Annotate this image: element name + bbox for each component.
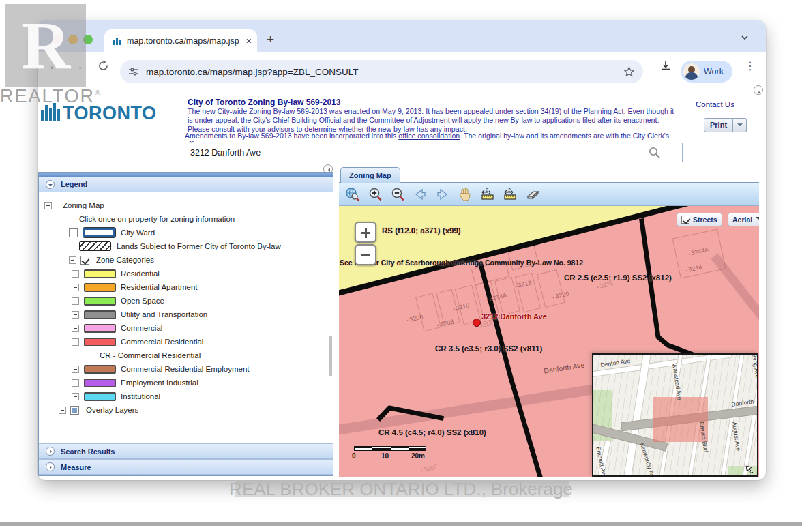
bookmark-star-icon[interactable] (623, 66, 635, 78)
amendments-pre: Amendments to By-law 569-2013 have been … (185, 132, 398, 140)
panel-scrollbar-thumb[interactable] (329, 336, 332, 376)
measure-header[interactable]: Measure (39, 459, 333, 475)
expand-expander-icon[interactable] (59, 407, 66, 414)
svg-text:2: 2 (508, 188, 511, 192)
hint-label: Click once on property for zoning inform… (79, 215, 235, 223)
inset-resize-arrow-icon[interactable] (745, 464, 754, 474)
lands-hatch-swatch (79, 241, 111, 251)
streets-checkbox[interactable] (681, 216, 689, 224)
eraser-icon[interactable] (524, 186, 541, 203)
legend-tree: Zoning Map Click once on property for zo… (39, 192, 333, 443)
expand-expander-icon[interactable] (72, 311, 79, 319)
expand-expander-icon[interactable] (72, 379, 79, 387)
chevron-down-icon (756, 217, 759, 222)
tree-item-zone: Commercial (39, 321, 333, 335)
site-settings-icon[interactable] (128, 66, 139, 77)
collapse-expander-icon[interactable] (72, 338, 79, 346)
print-dropdown[interactable] (733, 118, 747, 132)
collapse-arrow-icon[interactable] (46, 180, 55, 189)
browser-menu-icon[interactable]: ⋮ (745, 59, 756, 72)
measure-distance-icon[interactable]: 2 (479, 186, 496, 203)
expand-expander-icon[interactable] (72, 270, 79, 278)
bottom-divider (0, 522, 802, 526)
zoom-out-icon[interactable] (389, 186, 406, 203)
url-text: map.toronto.ca/maps/map.jsp?app=ZBL_CONS… (146, 67, 623, 77)
pan-hand-icon[interactable] (457, 186, 473, 203)
expand-expander-icon[interactable] (72, 284, 79, 291)
brokerage-watermark-text: REAL BROKER ONTARIO LTD., Brokerage (0, 479, 802, 500)
expand-expander-icon[interactable] (72, 297, 79, 305)
address-search-input[interactable] (183, 143, 683, 162)
realtor-text-watermark: REALTOR® (0, 86, 102, 107)
legend-header[interactable]: Legend (39, 177, 333, 192)
scale-tick: 20m (411, 452, 425, 460)
zoning-map-tab-label: Zoning Map (349, 171, 391, 179)
zoning-map-tab[interactable]: Zoning Map (340, 167, 400, 183)
zone-label: Utility and Transportation (121, 310, 207, 319)
streets-toggle[interactable]: Streets (677, 213, 722, 226)
zone-swatch (84, 269, 116, 278)
expand-expander-icon[interactable] (72, 366, 79, 373)
zone-label: Employment Industrial (121, 379, 198, 387)
zone-label: Commercial Residential Employment (121, 365, 250, 373)
tree-item-zone: Institutional (39, 389, 333, 403)
realtor-logo-watermark: R (5, 4, 86, 87)
collapse-expander-icon[interactable] (69, 256, 76, 264)
tab-search-chevron-icon[interactable] (739, 31, 751, 44)
profile-chip[interactable]: Work (681, 61, 732, 83)
scale-tick: 10 (381, 452, 389, 460)
overlay-layers-checkbox[interactable] (70, 406, 79, 415)
map-zoom-out-button[interactable] (355, 244, 376, 265)
office-consolidation-link[interactable]: office consolidation (398, 132, 460, 140)
zone-label-rs: RS (f12.0; a371) (x99) (382, 226, 461, 235)
screenshot-root: map.toronto.ca/maps/map.jsp × + ← → map.… (0, 0, 802, 532)
contact-us-link[interactable]: Contact Us (696, 100, 734, 108)
property-marker (473, 319, 481, 327)
tree-item-zone: Residential (39, 267, 333, 280)
expand-expander-icon[interactable] (72, 393, 79, 400)
realtor-logo-letter: R (21, 12, 70, 80)
browser-tab[interactable]: map.toronto.ca/maps/map.jsp × (104, 29, 257, 52)
zone-label: Commercial (121, 324, 162, 332)
overview-inset-map[interactable]: Denton Ave Wanstead Ave Byng Ave Danfort… (592, 353, 758, 477)
browser-tab-strip: map.toronto.ca/maps/map.jsp × + (38, 20, 766, 52)
search-results-header[interactable]: Search Results (39, 443, 333, 459)
map-zoom-in-button[interactable] (355, 222, 376, 243)
map-tab-row: Zoning Map (339, 166, 759, 183)
city-ward-checkbox[interactable] (69, 228, 78, 237)
zoom-full-extent-icon[interactable] (344, 186, 361, 203)
print-button[interactable]: Print (704, 118, 747, 132)
collapse-expander-icon[interactable] (44, 202, 52, 209)
zone-child-label: CR - Commercial Residential (100, 351, 200, 359)
zone-swatch (84, 338, 116, 346)
page-title: City of Toronto Zoning By-law 569-2013 (188, 98, 340, 107)
map-toolbar: 2 2 (339, 183, 759, 206)
zoom-in-icon[interactable] (367, 186, 383, 203)
zoning-map-canvas[interactable]: 3218 3224 3220 3214A 3210 3208 3212 3206… (339, 206, 759, 477)
zone-label-cr45: CR 4.5 (c4.5; r4.0) SS2 (x810) (378, 428, 486, 437)
collapse-header-button[interactable] (754, 85, 763, 95)
zone-swatch (84, 297, 116, 306)
print-label[interactable]: Print (704, 118, 733, 132)
download-icon[interactable] (659, 60, 672, 72)
map-scale-bar: 0 10 20m (354, 446, 426, 451)
aerial-dropdown[interactable]: Aerial (728, 213, 759, 226)
next-extent-icon[interactable] (434, 186, 451, 203)
zone-categories-label: Zone Categories (96, 256, 154, 264)
reload-icon[interactable] (98, 60, 109, 72)
measure-area-icon[interactable]: 2 (502, 186, 518, 203)
new-tab-button[interactable]: + (267, 32, 274, 47)
search-icon[interactable] (648, 146, 661, 159)
zoning-map-label: Zoning Map (63, 201, 104, 209)
tab-close-icon[interactable]: × (246, 35, 252, 46)
zone-categories-checkbox[interactable] (80, 256, 89, 265)
expand-expander-icon[interactable] (72, 325, 79, 332)
tree-hint: Click once on property for zoning inform… (39, 212, 333, 226)
url-bar[interactable]: map.toronto.ca/maps/map.jsp?app=ZBL_CONS… (120, 60, 643, 83)
previous-extent-icon[interactable] (412, 186, 428, 203)
expand-arrow-icon[interactable] (46, 447, 55, 456)
zone-swatch (84, 379, 116, 387)
expand-arrow-icon[interactable] (46, 462, 55, 471)
zone-label: Residential (121, 269, 160, 278)
zone-label: Commercial Residential (121, 338, 203, 346)
